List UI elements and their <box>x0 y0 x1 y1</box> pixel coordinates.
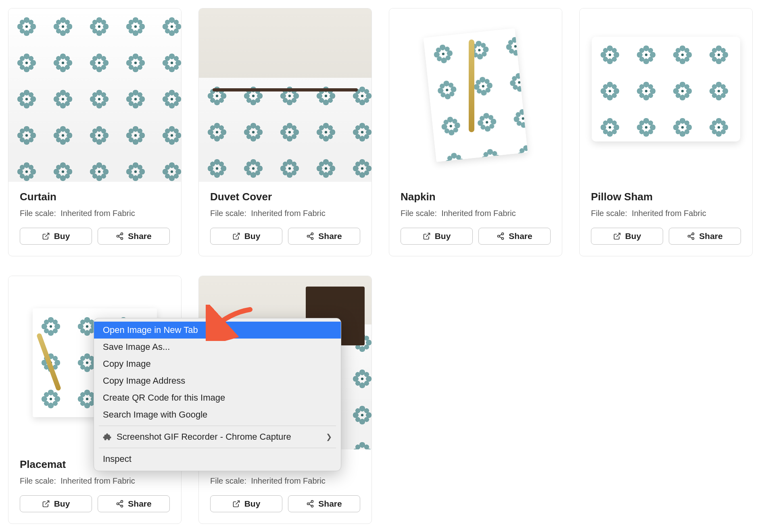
svg-line-11 <box>309 234 311 235</box>
external-link-icon <box>42 232 50 240</box>
share-icon <box>306 500 314 508</box>
menu-separator <box>99 426 336 426</box>
product-subtitle: File scale: Inherited from Fabric <box>401 209 551 218</box>
context-menu: Open Image in New Tab Save Image As... C… <box>94 318 341 471</box>
svg-point-21 <box>692 237 694 239</box>
product-title: Curtain <box>20 191 170 203</box>
puzzle-icon <box>103 432 112 441</box>
svg-point-8 <box>307 235 309 237</box>
svg-point-9 <box>311 237 313 239</box>
share-button[interactable]: Share <box>288 495 360 512</box>
product-subtitle: File scale: Inherited from Fabric <box>210 209 360 218</box>
menu-open-image-new-tab[interactable]: Open Image in New Tab <box>94 322 341 339</box>
buy-button[interactable]: Buy <box>210 495 282 512</box>
buy-button[interactable]: Buy <box>20 228 92 245</box>
svg-line-10 <box>309 237 311 238</box>
buy-button[interactable]: Buy <box>591 228 663 245</box>
svg-line-22 <box>690 237 692 238</box>
share-button[interactable]: Share <box>478 228 551 245</box>
svg-point-2 <box>117 235 119 237</box>
menu-inspect[interactable]: Inspect <box>94 451 341 468</box>
product-card-curtain: Curtain File scale: Inherited from Fabri… <box>8 8 182 256</box>
external-link-icon <box>613 232 621 240</box>
svg-line-0 <box>45 233 49 237</box>
svg-point-32 <box>307 503 309 505</box>
share-icon <box>116 500 124 508</box>
product-title: Pillow Sham <box>591 191 741 203</box>
chevron-right-icon: ❯ <box>326 432 332 441</box>
svg-line-23 <box>690 234 692 235</box>
product-subtitle: File scale: Inherited from Fabric <box>210 476 360 486</box>
share-button[interactable]: Share <box>98 228 170 245</box>
svg-line-4 <box>119 237 121 238</box>
share-icon <box>116 232 124 240</box>
menu-extension-chrome-capture[interactable]: Screenshot GIF Recorder - Chrome Capture… <box>94 428 341 445</box>
share-button[interactable]: Share <box>98 495 170 512</box>
svg-point-15 <box>502 237 504 239</box>
buy-button[interactable]: Buy <box>210 228 282 245</box>
svg-point-3 <box>121 237 123 239</box>
share-icon <box>306 232 314 240</box>
menu-search-google[interactable]: Search Image with Google <box>94 406 341 423</box>
svg-point-26 <box>117 503 119 505</box>
svg-point-33 <box>311 505 313 507</box>
menu-copy-image-address[interactable]: Copy Image Address <box>94 372 341 389</box>
svg-line-18 <box>616 233 620 237</box>
svg-point-7 <box>311 233 313 235</box>
svg-point-14 <box>498 235 500 237</box>
external-link-icon <box>232 232 240 240</box>
svg-point-31 <box>311 501 313 503</box>
product-image-curtain[interactable] <box>8 8 181 182</box>
svg-point-27 <box>121 505 123 507</box>
share-button[interactable]: Share <box>288 228 360 245</box>
external-link-icon <box>423 232 431 240</box>
svg-point-25 <box>121 501 123 503</box>
svg-line-24 <box>45 501 49 505</box>
svg-line-16 <box>499 237 502 238</box>
svg-point-19 <box>692 233 694 235</box>
svg-line-12 <box>426 233 430 237</box>
svg-line-29 <box>119 502 121 503</box>
buy-button[interactable]: Buy <box>401 228 473 245</box>
svg-line-35 <box>309 502 311 503</box>
product-title: Napkin <box>401 191 551 203</box>
product-title: Duvet Cover <box>210 191 360 203</box>
svg-point-20 <box>688 235 690 237</box>
svg-point-13 <box>502 233 504 235</box>
menu-create-qr[interactable]: Create QR Code for this Image <box>94 389 341 406</box>
external-link-icon <box>42 500 50 508</box>
product-image-duvet[interactable] <box>199 8 371 182</box>
product-image-sham[interactable] <box>580 8 752 182</box>
product-card-duvet: Duvet Cover File scale: Inherited from F… <box>198 8 372 256</box>
svg-line-30 <box>236 501 239 505</box>
menu-save-image-as[interactable]: Save Image As... <box>94 339 341 355</box>
svg-line-34 <box>309 504 311 505</box>
svg-line-28 <box>119 504 121 505</box>
svg-line-17 <box>499 234 502 235</box>
product-subtitle: File scale: Inherited from Fabric <box>591 209 741 218</box>
product-subtitle: File scale: Inherited from Fabric <box>20 209 170 218</box>
menu-copy-image[interactable]: Copy Image <box>94 355 341 372</box>
buy-button[interactable]: Buy <box>20 495 92 512</box>
svg-point-1 <box>121 233 123 235</box>
menu-separator <box>99 448 336 448</box>
product-subtitle: File scale: Inherited from Fabric <box>20 476 170 486</box>
product-card-sham: Pillow Sham File scale: Inherited from F… <box>579 8 753 256</box>
share-icon <box>687 232 695 240</box>
product-card-napkin: Napkin File scale: Inherited from Fabric… <box>389 8 562 256</box>
external-link-icon <box>232 500 240 508</box>
share-button[interactable]: Share <box>669 228 741 245</box>
svg-line-6 <box>236 233 239 237</box>
product-image-napkin[interactable] <box>389 8 562 182</box>
share-icon <box>497 232 505 240</box>
svg-line-5 <box>119 234 121 235</box>
